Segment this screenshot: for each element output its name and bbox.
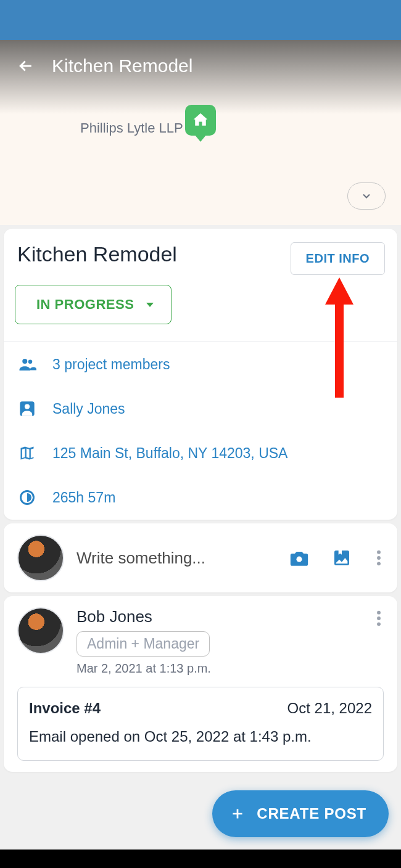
status-bar [0,0,401,40]
time-logged: 265h 57m [52,489,115,506]
fab-label: CREATE POST [257,805,366,822]
avatar [17,534,64,581]
address-text: 125 Main St, Buffalo, NY 14203, USA [52,445,287,462]
project-info-card: Kitchen Remodel EDIT INFO IN PROGRESS 3 … [4,229,397,520]
time-row[interactable]: 265h 57m [4,475,397,520]
svg-point-7 [377,551,381,554]
client-row[interactable]: Sally Jones [4,387,397,431]
map-nearby-label: Phillips Lytle LLP [80,120,183,136]
create-post-fab[interactable]: CREATE POST [212,790,389,837]
compose-input[interactable]: Write something... [76,549,276,568]
edit-info-button[interactable]: EDIT INFO [291,242,385,275]
svg-point-0 [22,359,27,364]
invoice-body: Email opened on Oct 25, 2022 at 1:43 p.m… [29,726,372,748]
time-icon [17,488,37,507]
status-label: IN PROGRESS [36,297,134,313]
project-members-row[interactable]: 3 project members [4,342,397,387]
address-row[interactable]: 125 Main St, Buffalo, NY 14203, USA [4,431,397,475]
person-icon [17,399,37,419]
members-label: 3 project members [52,356,170,373]
invoice-title: Invoice #4 [29,700,101,717]
map-icon [17,443,37,463]
role-badge: Admin + Manager [76,631,210,657]
post-timestamp: Mar 2, 2021 at 1:13 p.m. [76,661,362,676]
chevron-down-icon [146,303,154,307]
page-title: Kitchen Remodel [52,55,192,76]
client-name: Sally Jones [52,401,125,417]
compose-card[interactable]: Write something... [4,523,397,592]
people-icon [17,354,37,374]
svg-point-9 [377,562,381,565]
svg-point-8 [377,556,381,560]
back-button[interactable] [15,55,36,76]
svg-point-3 [25,404,30,409]
map-area[interactable]: Kitchen Remodel Phillips Lytle LLP [0,40,401,225]
svg-point-11 [377,616,381,620]
project-title: Kitchen Remodel [17,242,177,266]
post-card: Bob Jones Admin + Manager Mar 2, 2021 at… [4,596,397,772]
avatar [17,607,64,654]
status-dropdown[interactable]: IN PROGRESS [15,285,172,324]
svg-point-1 [28,359,33,364]
svg-point-10 [377,611,381,615]
map-expand-button[interactable] [347,182,386,210]
svg-point-5 [296,557,302,562]
svg-point-12 [377,622,381,626]
nav-bar [0,850,401,868]
camera-icon[interactable] [289,547,310,568]
home-pin-icon[interactable] [185,105,216,136]
image-icon[interactable] [332,548,352,568]
more-icon[interactable] [374,547,384,569]
post-more-icon[interactable] [374,607,384,632]
invoice-date: Oct 21, 2022 [287,700,372,717]
post-author: Bob Jones [76,607,362,626]
invoice-attachment[interactable]: Invoice #4 Oct 21, 2022 Email opened on … [17,687,384,761]
